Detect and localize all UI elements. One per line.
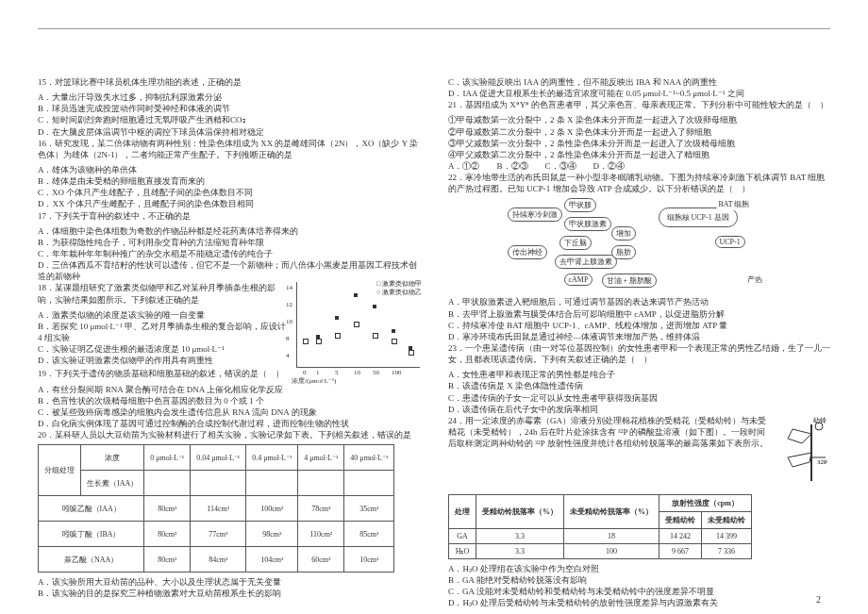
- t20-r2-3: 98cm²: [246, 522, 298, 547]
- x1: 1: [316, 369, 320, 376]
- table-q24: 处理 受精幼铃脱落率（%） 未受精幼铃脱落率（%） 放射性强度（cpm） 受精幼…: [448, 494, 752, 559]
- t24-r2-0: H₂O: [449, 543, 476, 558]
- t20-h2: 0 μmol·L⁻¹: [144, 445, 191, 471]
- q16-b: B．雄体是由未受精的卵细胞直接发育而来的: [38, 175, 420, 187]
- t20-r3-2: 84cm²: [191, 547, 246, 573]
- legend-a: 激素类似物甲: [382, 280, 422, 288]
- d-n1: 持续寒冷刺激: [508, 207, 562, 222]
- d-n8: 增加: [611, 226, 636, 241]
- scatter-chart: □ 激素类似物甲 ○ 激素类似物乙 14 12 10 8 4 0 1 5 10 …: [296, 282, 420, 368]
- t24-r1-4: 14 399: [702, 528, 752, 543]
- t24-r2-3: 9 667: [659, 543, 702, 558]
- t20-r2-5: 85cm²: [344, 522, 394, 547]
- t20-grp: 分组处理: [39, 445, 81, 496]
- t20-r1-3: 100cm²: [246, 496, 298, 522]
- q17-d: D．三倍体西瓜不育结籽的性状可以遗传，但它不是一个新物种；而八倍体小黑麦是用基因…: [38, 259, 420, 282]
- t20-h6: 40 μmol·L⁻¹: [344, 445, 394, 471]
- t20-h3: 0.04 μmol·L⁻¹: [191, 445, 246, 471]
- d-n12: UCP-1: [715, 236, 745, 248]
- t20-r3-1: 80cm²: [144, 547, 191, 573]
- t20-r2-0: 吲哚丁酸（IBA）: [39, 522, 144, 547]
- t24-r1-2: 18: [564, 528, 659, 543]
- d-n14: 甲状腺: [564, 198, 596, 212]
- seed-lab-a: 幼铃: [813, 417, 826, 424]
- t20-h4: 0.4 μmol·L⁻¹: [246, 445, 298, 471]
- q19-b: B．色盲性状的次级精母细胞中色盲基因的数目为 0 个或 1 个: [38, 395, 420, 407]
- q16-d: D．XX 个体只产生雌配子，且雌配子间的染色体数目相同: [38, 198, 420, 209]
- x10: 10: [354, 369, 360, 376]
- t24-r2-2: 100: [564, 543, 659, 558]
- y8: 8: [286, 335, 290, 342]
- t24-h1: 受精幼铃脱落率（%）: [476, 494, 564, 528]
- q20-d: D．IAA 促进大豆根系生长的最适宜浓度可能在 0.05 μmol·L⁻¹~0.…: [448, 88, 830, 99]
- q17-b: B．为获得隐性纯合子，可利用杂交育种的方法缩短育种年限: [38, 237, 420, 248]
- xlabel: 浓度/(μmol·L⁻¹): [292, 376, 336, 386]
- d-n13: 去甲肾上腺激素: [555, 255, 617, 269]
- t24-r2-4: 7 336: [702, 543, 752, 558]
- t20-r3-4: 60cm²: [298, 547, 344, 573]
- t24-r1-1: 3.3: [476, 528, 564, 543]
- t20-r1-2: 114cm²: [191, 496, 246, 522]
- q15-b: B．球员迅速完成投篮动作同时受神经和体液的调节: [38, 103, 420, 114]
- seed-lab-b: 32P: [817, 458, 827, 466]
- q16-a: A．雄体为该物种的单倍体: [38, 164, 420, 175]
- q24-c: C．GA 没能对未受精幼铃和受精幼铃与未受精幼铃中的强度差异不明显: [448, 586, 830, 597]
- q23: 23．一个患某遗传病（由一对等位基因控制）的女性患者甲和一个表现正常的男性乙结婚…: [448, 342, 830, 365]
- t24-h3b: 未受精幼铃: [702, 511, 752, 528]
- q20-b: B．该实验的目的是探究三种植物激素对大豆幼苗根系生长的影响: [38, 588, 420, 599]
- q24-d: D．H₂O 处理后受精幼铃与未受精幼铃的放射性强度差异与内源激素有关: [448, 597, 830, 608]
- q20-c: C．该实验能反映出 IAA 的两重性，但不能反映出 IBA 和 NAA 的两重性: [448, 76, 830, 88]
- t20-h0: 浓度: [81, 445, 144, 471]
- q21-1: ①甲母减数第一次分裂中，2 条 X 染色体未分开而是一起进入了次级卵母细胞: [448, 114, 830, 125]
- legend-b: 激素类似物乙: [382, 289, 422, 296]
- x0: 0: [303, 369, 307, 376]
- q19: 19．下列关于遗传的物质基础和细胞基础的叙述，错误的是（ ）: [38, 368, 420, 379]
- q22: 22．寒冷地带生活的布氏田鼠是一种小型非冬眠哺乳动物。下图为持续寒冷刺激下机体调…: [448, 172, 830, 194]
- x50: 50: [373, 369, 379, 376]
- q20-a: A．该实验所用大豆幼苗的品种、大小以及生理状态属于无关变量: [38, 576, 420, 588]
- bat-diagram: 持续寒冷刺激 传出神经 甲状腺 甲状腺激素 下丘脑 去甲肾上腺激素 cAMP 增…: [508, 198, 772, 292]
- q17-c: C．年年栽种年年制种推广的杂交水稻是不能稳定遗传的纯合子: [38, 248, 420, 259]
- d-n9: 细胞核 UCP-1 基因: [659, 207, 738, 227]
- d-n5: cAMP: [564, 274, 593, 286]
- t20-r2-2: 77cm²: [191, 522, 246, 547]
- q21-a: A．①② B．②③ C．③④ D．②④: [448, 160, 830, 172]
- d-n11: 产热: [743, 274, 766, 286]
- t24-h0: 处理: [449, 494, 476, 528]
- t24-r1-0: GA: [449, 528, 476, 543]
- q15: 15．对篮球比赛中球员机体生理功能的表述，正确的是: [38, 76, 420, 88]
- d-n2: 传出神经: [508, 245, 547, 259]
- q19-c: C．被某些致癌病毒感染的细胞内会发生遗传信息从 RNA 流向 DNA 的现象: [38, 407, 420, 418]
- t20-r2-4: 110cm²: [298, 522, 344, 547]
- q17: 17．下列关于育种的叙述中，不正确的是: [38, 210, 420, 222]
- q24-b: B．GA 能绝对受精幼铃脱落没有影响: [448, 574, 830, 586]
- t20-r3-5: 10cm²: [344, 547, 394, 573]
- q15-c: C．短时间剧烈奔跑时细胞通过无氧呼吸产生酒精和CO₂: [38, 114, 420, 125]
- q21-3: ③甲父减数第一次分裂中，2 条性染色体未分开而是一起进入了次级精母细胞: [448, 138, 830, 149]
- seedling-diagram: 幼铃 32P: [774, 415, 830, 490]
- q22-b: B．去甲肾上腺激素与膜受体结合后可影响细胞中 cAMP，以促进脂肪分解: [448, 308, 830, 320]
- q24-a: A．H₂O 处理组在该实验中作为空白对照: [448, 563, 830, 574]
- t20-r2-1: 80cm²: [144, 522, 191, 547]
- d-n7: 甘油 + 脂肪酸: [602, 274, 658, 288]
- q23-a: A．女性患者甲和表现正常的男性都是纯合子: [448, 369, 830, 380]
- table-q20: 分组处理 浓度 0 μmol·L⁻¹ 0.04 μmol·L⁻¹ 0.4 μmo…: [38, 444, 394, 573]
- q21-4: ④甲父减数第二次分裂中，2 条性染色体未分开而是一起进入了精细胞: [448, 149, 830, 160]
- d-n3: 甲状腺激素: [564, 217, 611, 231]
- y12: 12: [286, 301, 292, 308]
- q19-a: A．有丝分裂间期 RNA 聚合酶可结合在 DNA 上催化相应化学反应: [38, 384, 420, 395]
- q16: 16．研究发现，某二倍体动物有两种性别：性染色体组成为 XX 的是雌雄同体（2N…: [38, 138, 420, 160]
- q20: 20．某科研人员以大豆幼苗为实验材料进行了相关实验，实验记录如下表。下列相关叙述…: [38, 429, 420, 440]
- q21-2: ②甲母减数第二次分裂中，2 条 X 染色体未分开而是一起进入了卵细胞: [448, 126, 830, 138]
- t24-r1-3: 14 242: [659, 528, 702, 543]
- q19-d: D．白化病实例体现了基因可通过控制酶的合成控制代谢过程，进而控制生物的性状: [38, 418, 420, 429]
- q15-a: A．大量出汗导致失水过多，抑制抗利尿激素分泌: [38, 91, 420, 103]
- q17-a: A．体细胞中染色体组数为奇数的作物品种都是经花药离体培养得来的: [38, 225, 420, 237]
- t20-r1-1: 80cm²: [144, 496, 191, 522]
- x5: 5: [335, 369, 339, 376]
- y14: 14: [286, 284, 292, 291]
- q21: 21．基因组成为 XᵃYᵃ 的色盲患者甲，其父亲色盲、母亲表现正常。下列分析中可…: [448, 99, 830, 110]
- q22-c: C．持续寒冷使 BAT 细胞中 UCP-1、cAMP、线粒体增加，进而增加 AT…: [448, 320, 830, 331]
- t20-r1-5: 35cm²: [344, 496, 394, 522]
- t20-r1-4: 78cm²: [298, 496, 344, 522]
